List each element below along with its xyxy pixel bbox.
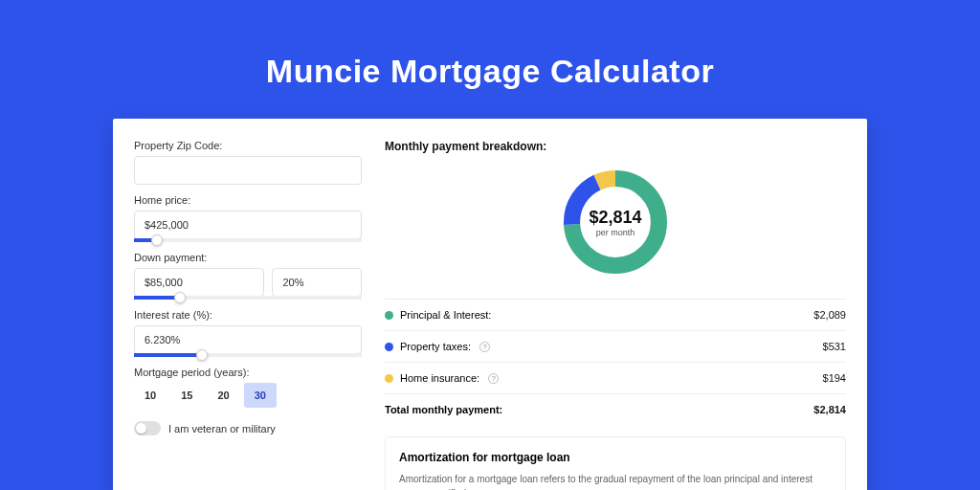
legend-label-insurance: Home insurance: <box>400 372 479 384</box>
legend-value-principal: $2,089 <box>813 309 846 321</box>
down-payment-slider[interactable] <box>134 296 362 300</box>
donut-chart-wrap: $2,814 per month <box>385 153 846 299</box>
mortgage-period-group: Mortgage period (years): 10 15 20 30 <box>134 367 362 408</box>
interest-rate-input[interactable] <box>134 325 362 354</box>
donut-sub-label: per month <box>596 228 635 237</box>
info-icon[interactable]: ? <box>488 373 499 384</box>
interest-rate-group: Interest rate (%): <box>134 309 362 357</box>
period-20-button[interactable]: 20 <box>208 383 240 408</box>
veteran-toggle-label: I am veteran or military <box>168 423 276 434</box>
zip-field-group: Property Zip Code: <box>134 140 362 185</box>
amortization-card: Amortization for mortgage loan Amortizat… <box>385 436 846 490</box>
zip-input[interactable] <box>134 156 362 185</box>
total-label: Total monthly payment: <box>385 404 502 415</box>
down-payment-percent-input[interactable] <box>272 268 362 297</box>
info-icon[interactable]: ? <box>479 342 490 352</box>
home-price-label: Home price: <box>134 194 362 206</box>
down-payment-amount-input[interactable] <box>134 268 264 297</box>
zip-label: Property Zip Code: <box>134 140 362 151</box>
legend-value-insurance: $194 <box>823 372 846 384</box>
legend-row-insurance: Home insurance: ? $194 <box>385 362 846 393</box>
down-payment-label: Down payment: <box>134 252 362 263</box>
home-price-input[interactable] <box>134 211 362 239</box>
period-10-button[interactable]: 10 <box>134 383 167 408</box>
legend-row-taxes: Property taxes: ? $531 <box>385 330 846 362</box>
period-15-button[interactable]: 15 <box>170 383 203 408</box>
legend-label-taxes: Property taxes: <box>400 341 471 352</box>
interest-rate-slider[interactable] <box>134 353 362 357</box>
legend-dot-principal <box>385 311 393 320</box>
mortgage-period-label: Mortgage period (years): <box>134 367 362 378</box>
legend-row-principal: Principal & Interest: $2,089 <box>385 299 846 330</box>
legend-row-total: Total monthly payment: $2,814 <box>385 393 846 425</box>
home-price-slider[interactable] <box>134 238 362 242</box>
calculator-card: Property Zip Code: Home price: Down paym… <box>113 119 867 490</box>
period-30-button[interactable]: 30 <box>244 383 277 408</box>
page-title: Muncie Mortgage Calculator <box>0 0 980 119</box>
veteran-toggle[interactable] <box>134 421 161 435</box>
interest-rate-label: Interest rate (%): <box>134 309 362 321</box>
legend-value-taxes: $531 <box>823 341 846 352</box>
home-price-group: Home price: <box>134 194 362 242</box>
amortization-title: Amortization for mortgage loan <box>399 451 832 464</box>
legend-dot-insurance <box>385 374 393 383</box>
legend-label-principal: Principal & Interest: <box>400 309 491 321</box>
donut-amount: $2,814 <box>589 208 641 228</box>
donut-chart: $2,814 per month <box>558 165 673 279</box>
amortization-text: Amortization for a mortgage loan refers … <box>399 472 832 490</box>
legend-dot-taxes <box>385 343 393 351</box>
period-options: 10 15 20 30 <box>134 383 362 408</box>
veteran-toggle-row: I am veteran or military <box>134 421 362 435</box>
slider-thumb[interactable] <box>196 349 208 361</box>
slider-thumb[interactable] <box>151 234 163 246</box>
slider-thumb[interactable] <box>174 292 186 303</box>
total-value: $2,814 <box>813 404 846 415</box>
form-column: Property Zip Code: Home price: Down paym… <box>134 140 362 490</box>
breakdown-title: Monthly payment breakdown: <box>385 140 846 153</box>
breakdown-column: Monthly payment breakdown: $2,814 per mo… <box>385 140 846 490</box>
down-payment-group: Down payment: <box>134 252 362 300</box>
